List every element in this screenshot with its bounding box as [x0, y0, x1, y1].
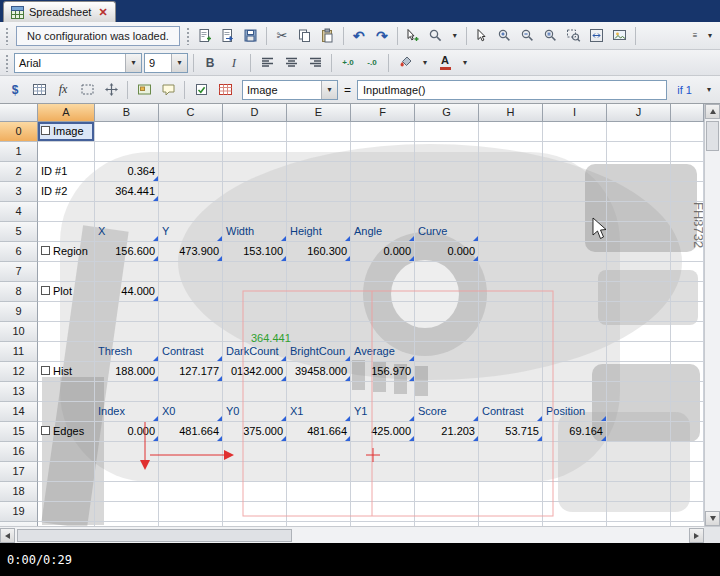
cell-G8[interactable]	[415, 282, 479, 302]
cell-J14[interactable]	[607, 402, 671, 422]
cell-C8[interactable]	[159, 282, 223, 302]
cell-F0[interactable]	[351, 122, 415, 142]
cell-D14[interactable]: Y0	[223, 402, 287, 422]
font-color-button[interactable]: A	[434, 52, 456, 74]
cell-E10[interactable]	[287, 322, 351, 342]
cell-B7[interactable]	[95, 262, 159, 282]
save-button[interactable]	[240, 25, 262, 47]
cell-E19[interactable]	[287, 502, 351, 522]
cut-button[interactable]: ✂	[271, 25, 293, 47]
cell-E1[interactable]	[287, 142, 351, 162]
cell-H11[interactable]	[479, 342, 543, 362]
cell-J0[interactable]	[607, 122, 671, 142]
cell-B19[interactable]	[95, 502, 159, 522]
cell-H19[interactable]	[479, 502, 543, 522]
cell-B4[interactable]	[95, 202, 159, 222]
cell-D11[interactable]: DarkCount	[223, 342, 287, 362]
export-snippet-button[interactable]	[217, 25, 239, 47]
cell-I4[interactable]	[543, 202, 607, 222]
cell-H18[interactable]	[479, 482, 543, 502]
cell-G14[interactable]: Score	[415, 402, 479, 422]
cell-E18[interactable]	[287, 482, 351, 502]
cell-C12[interactable]: 127.177	[159, 362, 223, 382]
cell-B6[interactable]: 156.600	[95, 242, 159, 262]
undo-button[interactable]: ↶	[348, 25, 370, 47]
cell-A4[interactable]	[38, 202, 95, 222]
cell-G7[interactable]	[415, 262, 479, 282]
cell-D3[interactable]	[223, 182, 287, 202]
cell-H17[interactable]	[479, 462, 543, 482]
cell-F19[interactable]	[351, 502, 415, 522]
font-size-dropdown[interactable]: ▾	[171, 54, 187, 72]
cell-J2[interactable]	[607, 162, 671, 182]
align-center-button[interactable]	[280, 52, 302, 74]
cell-H4[interactable]	[479, 202, 543, 222]
cell-G19[interactable]	[415, 502, 479, 522]
cell-G3[interactable]	[415, 182, 479, 202]
col-header-G[interactable]: G	[415, 104, 479, 122]
cell-J13[interactable]	[607, 382, 671, 402]
col-header-D[interactable]: D	[223, 104, 287, 122]
redo-button[interactable]: ↷	[371, 25, 393, 47]
cell-E13[interactable]	[287, 382, 351, 402]
cell-C17[interactable]	[159, 462, 223, 482]
cell-E14[interactable]: X1	[287, 402, 351, 422]
cell-I9[interactable]	[543, 302, 607, 322]
col-header-I[interactable]: I	[543, 104, 607, 122]
row-header-6[interactable]: 6	[0, 242, 38, 262]
cell-J11[interactable]	[607, 342, 671, 362]
toolbar-overflow-button[interactable]: ≡	[688, 25, 702, 47]
cell-I16[interactable]	[543, 442, 607, 462]
grid-corner[interactable]	[0, 104, 38, 122]
cell-D6[interactable]: 153.100	[223, 242, 287, 262]
comment-button[interactable]	[157, 79, 179, 101]
condition-link[interactable]: if 1	[677, 84, 692, 96]
cell-B16[interactable]	[95, 442, 159, 462]
cell-I3[interactable]	[543, 182, 607, 202]
cell-H5[interactable]	[479, 222, 543, 242]
cell-A5[interactable]	[38, 222, 95, 242]
cell-E3[interactable]	[287, 182, 351, 202]
cell-C4[interactable]	[159, 202, 223, 222]
cell-E11[interactable]: BrightCoun	[287, 342, 351, 362]
scroll-up-button[interactable]	[705, 104, 720, 119]
cell-D16[interactable]	[223, 442, 287, 462]
cell-D9[interactable]	[223, 302, 287, 322]
cell-F5[interactable]: Angle	[351, 222, 415, 242]
cell-reference-combo[interactable]: Image ▾	[242, 80, 338, 100]
cell-F8[interactable]	[351, 282, 415, 302]
align-right-button[interactable]	[304, 52, 326, 74]
toolbar-grip[interactable]	[5, 27, 10, 45]
align-left-button[interactable]	[256, 52, 278, 74]
cell-H9[interactable]	[479, 302, 543, 322]
cell-I17[interactable]	[543, 462, 607, 482]
cell-I6[interactable]	[543, 242, 607, 262]
cell-C10[interactable]	[159, 322, 223, 342]
insert-reference-button[interactable]	[402, 25, 424, 47]
cell-I14[interactable]: Position	[543, 402, 607, 422]
row-header-0[interactable]: 0	[0, 122, 38, 142]
cell-G0[interactable]	[415, 122, 479, 142]
cell-C13[interactable]	[159, 382, 223, 402]
cell-C1[interactable]	[159, 142, 223, 162]
cell-I0[interactable]	[543, 122, 607, 142]
zoom-reset-button[interactable]	[540, 25, 562, 47]
cell-G11[interactable]	[415, 342, 479, 362]
cell-G2[interactable]	[415, 162, 479, 182]
cell-D7[interactable]	[223, 262, 287, 282]
cell-J12[interactable]	[607, 362, 671, 382]
cell-F9[interactable]	[351, 302, 415, 322]
cell-I8[interactable]	[543, 282, 607, 302]
insert-snippet-button[interactable]	[194, 25, 216, 47]
row-header-14[interactable]: 14	[0, 402, 38, 422]
paste-button[interactable]	[317, 25, 339, 47]
italic-button[interactable]: I	[223, 52, 245, 74]
cell-H1[interactable]	[479, 142, 543, 162]
cell-F4[interactable]	[351, 202, 415, 222]
cell-J8[interactable]	[607, 282, 671, 302]
cell-A17[interactable]	[38, 462, 95, 482]
cell-I11[interactable]	[543, 342, 607, 362]
cell-E5[interactable]: Height	[287, 222, 351, 242]
zoom-in-button[interactable]	[494, 25, 516, 47]
cell-D8[interactable]	[223, 282, 287, 302]
